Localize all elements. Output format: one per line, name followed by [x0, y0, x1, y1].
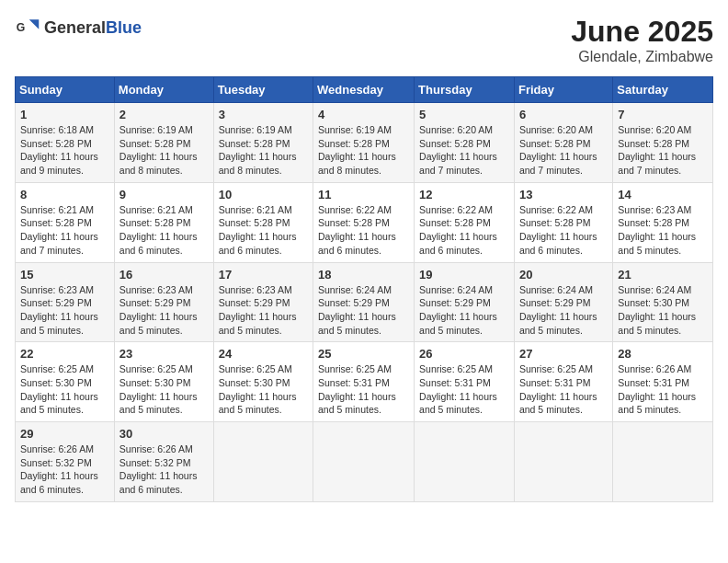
cell-content: Sunrise: 6:24 AMSunset: 5:29 PMDaylight:…: [318, 283, 409, 338]
calendar-cell: 5Sunrise: 6:20 AMSunset: 5:28 PMDaylight…: [415, 103, 515, 183]
cell-content: Sunrise: 6:26 AMSunset: 5:31 PMDaylight:…: [618, 362, 708, 417]
calendar-cell: [613, 422, 713, 502]
sunset-text: Sunset: 5:28 PM: [219, 217, 290, 228]
sunset-text: Sunset: 5:30 PM: [618, 297, 689, 308]
day-number: 1: [20, 108, 109, 121]
day-number: 18: [318, 268, 409, 282]
sunrise-text: Sunrise: 6:20 AM: [419, 124, 493, 135]
cell-content: Sunrise: 6:20 AMSunset: 5:28 PMDaylight:…: [519, 123, 608, 178]
sunrise-text: Sunrise: 6:25 AM: [519, 363, 593, 374]
sunrise-text: Sunrise: 6:24 AM: [618, 284, 691, 295]
sunset-text: Sunset: 5:28 PM: [519, 217, 591, 228]
calendar-cell: 19Sunrise: 6:24 AMSunset: 5:29 PMDayligh…: [415, 262, 515, 342]
month-title: June 2025: [571, 15, 713, 49]
sunset-text: Sunset: 5:28 PM: [618, 217, 689, 228]
calendar-cell: 12Sunrise: 6:22 AMSunset: 5:28 PMDayligh…: [415, 182, 515, 262]
sunset-text: Sunset: 5:28 PM: [419, 217, 491, 228]
cell-content: Sunrise: 6:23 AMSunset: 5:29 PMDaylight:…: [20, 283, 109, 338]
sunset-text: Sunset: 5:28 PM: [20, 138, 92, 149]
sunrise-text: Sunrise: 6:23 AM: [618, 204, 691, 215]
calendar-cell: 24Sunrise: 6:25 AMSunset: 5:30 PMDayligh…: [213, 342, 313, 422]
sunset-text: Sunset: 5:31 PM: [519, 377, 591, 388]
day-number: 8: [20, 188, 109, 201]
sunrise-text: Sunrise: 6:23 AM: [219, 284, 292, 295]
cell-content: Sunrise: 6:19 AMSunset: 5:28 PMDaylight:…: [219, 123, 308, 178]
sunset-text: Sunset: 5:29 PM: [119, 297, 191, 308]
sunset-text: Sunset: 5:30 PM: [119, 377, 191, 388]
cell-content: Sunrise: 6:24 AMSunset: 5:29 PMDaylight:…: [419, 283, 509, 338]
calendar-cell: 11Sunrise: 6:22 AMSunset: 5:28 PMDayligh…: [313, 182, 415, 262]
cell-content: Sunrise: 6:26 AMSunset: 5:32 PMDaylight:…: [20, 442, 109, 497]
sunrise-text: Sunrise: 6:26 AM: [20, 443, 94, 454]
calendar-cell: 22Sunrise: 6:25 AMSunset: 5:30 PMDayligh…: [16, 342, 115, 422]
cell-content: Sunrise: 6:20 AMSunset: 5:28 PMDaylight:…: [618, 123, 708, 178]
day-number: 6: [519, 108, 608, 121]
logo: G GeneralBlue: [15, 15, 142, 40]
sunset-text: Sunset: 5:28 PM: [219, 138, 290, 149]
sunrise-text: Sunrise: 6:22 AM: [519, 204, 593, 215]
calendar-cell: 3Sunrise: 6:19 AMSunset: 5:28 PMDaylight…: [213, 103, 313, 183]
daylight-text: Daylight: 11 hours and 5 minutes.: [119, 391, 198, 416]
daylight-text: Daylight: 11 hours and 8 minutes.: [219, 151, 297, 176]
sunset-text: Sunset: 5:28 PM: [419, 138, 491, 149]
week-row-4: 22Sunrise: 6:25 AMSunset: 5:30 PMDayligh…: [16, 342, 713, 422]
calendar-cell: 8Sunrise: 6:21 AMSunset: 5:28 PMDaylight…: [16, 182, 115, 262]
day-number: 25: [318, 347, 409, 361]
day-number: 11: [318, 188, 409, 201]
cell-content: Sunrise: 6:25 AMSunset: 5:31 PMDaylight:…: [519, 362, 608, 417]
day-number: 17: [219, 268, 308, 282]
daylight-text: Daylight: 11 hours and 5 minutes.: [419, 311, 497, 336]
sunrise-text: Sunrise: 6:23 AM: [20, 284, 94, 295]
day-number: 4: [318, 108, 409, 121]
daylight-text: Daylight: 11 hours and 5 minutes.: [618, 391, 696, 416]
calendar-cell: 17Sunrise: 6:23 AMSunset: 5:29 PMDayligh…: [213, 262, 313, 342]
sunset-text: Sunset: 5:28 PM: [618, 138, 689, 149]
logo-general-text: General: [44, 18, 106, 37]
sunrise-text: Sunrise: 6:19 AM: [119, 124, 193, 135]
sunrise-text: Sunrise: 6:18 AM: [20, 124, 94, 135]
calendar-cell: 4Sunrise: 6:19 AMSunset: 5:28 PMDaylight…: [313, 103, 415, 183]
daylight-text: Daylight: 11 hours and 5 minutes.: [119, 311, 198, 336]
sunrise-text: Sunrise: 6:19 AM: [318, 124, 392, 135]
day-number: 20: [519, 268, 608, 282]
day-number: 30: [119, 427, 209, 441]
week-row-1: 1Sunrise: 6:18 AMSunset: 5:28 PMDaylight…: [16, 103, 713, 183]
daylight-text: Daylight: 11 hours and 6 minutes.: [519, 231, 597, 256]
sunrise-text: Sunrise: 6:24 AM: [519, 284, 593, 295]
sunrise-text: Sunrise: 6:20 AM: [519, 124, 593, 135]
cell-content: Sunrise: 6:25 AMSunset: 5:30 PMDaylight:…: [20, 362, 109, 417]
day-number: 23: [119, 347, 209, 361]
calendar-table: SundayMondayTuesdayWednesdayThursdayFrid…: [15, 76, 713, 502]
cell-content: Sunrise: 6:21 AMSunset: 5:28 PMDaylight:…: [219, 203, 308, 258]
sunrise-text: Sunrise: 6:22 AM: [318, 204, 392, 215]
cell-content: Sunrise: 6:23 AMSunset: 5:28 PMDaylight:…: [618, 203, 708, 258]
daylight-text: Daylight: 11 hours and 5 minutes.: [618, 231, 696, 256]
calendar-cell: 30Sunrise: 6:26 AMSunset: 5:32 PMDayligh…: [114, 422, 213, 502]
cell-content: Sunrise: 6:23 AMSunset: 5:29 PMDaylight:…: [119, 283, 209, 338]
daylight-text: Daylight: 11 hours and 6 minutes.: [318, 231, 396, 256]
sunset-text: Sunset: 5:28 PM: [119, 138, 191, 149]
cell-content: Sunrise: 6:22 AMSunset: 5:28 PMDaylight:…: [419, 203, 509, 258]
sunset-text: Sunset: 5:29 PM: [519, 297, 591, 308]
calendar-cell: 18Sunrise: 6:24 AMSunset: 5:29 PMDayligh…: [313, 262, 415, 342]
daylight-text: Daylight: 11 hours and 5 minutes.: [20, 391, 98, 416]
weekday-header-tuesday: Tuesday: [213, 77, 313, 103]
weekday-header-row: SundayMondayTuesdayWednesdayThursdayFrid…: [16, 77, 713, 103]
daylight-text: Daylight: 11 hours and 5 minutes.: [519, 391, 597, 416]
sunrise-text: Sunrise: 6:25 AM: [318, 363, 392, 374]
calendar-cell: [313, 422, 415, 502]
location-title: Glendale, Zimbabwe: [571, 49, 713, 65]
calendar-cell: 1Sunrise: 6:18 AMSunset: 5:28 PMDaylight…: [16, 103, 115, 183]
sunrise-text: Sunrise: 6:23 AM: [119, 284, 193, 295]
calendar-cell: 6Sunrise: 6:20 AMSunset: 5:28 PMDaylight…: [514, 103, 612, 183]
day-number: 3: [219, 108, 308, 121]
day-number: 19: [419, 268, 509, 282]
week-row-3: 15Sunrise: 6:23 AMSunset: 5:29 PMDayligh…: [16, 262, 713, 342]
daylight-text: Daylight: 11 hours and 5 minutes.: [219, 311, 297, 336]
day-number: 29: [20, 427, 109, 441]
day-number: 21: [618, 268, 708, 282]
daylight-text: Daylight: 11 hours and 7 minutes.: [618, 151, 696, 176]
cell-content: Sunrise: 6:20 AMSunset: 5:28 PMDaylight:…: [419, 123, 509, 178]
svg-marker-1: [29, 19, 40, 29]
daylight-text: Daylight: 11 hours and 8 minutes.: [119, 151, 198, 176]
